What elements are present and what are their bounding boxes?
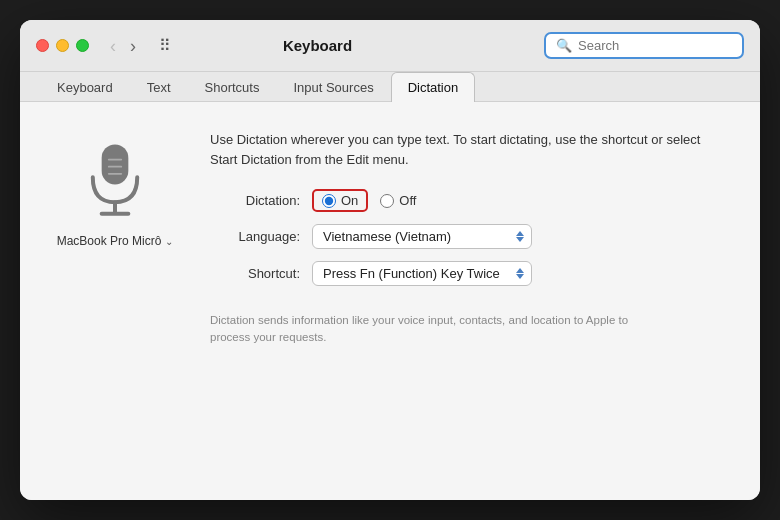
mic-chevron-icon: ⌄ <box>165 236 173 247</box>
tab-keyboard[interactable]: Keyboard <box>40 72 130 102</box>
on-option-wrapper: On <box>312 189 368 212</box>
footer-text: Dictation sends information like your vo… <box>210 312 630 347</box>
maximize-button[interactable] <box>76 39 89 52</box>
on-radio[interactable] <box>322 194 336 208</box>
on-label: On <box>341 193 358 208</box>
off-label: Off <box>399 193 416 208</box>
tab-text[interactable]: Text <box>130 72 188 102</box>
shortcut-select[interactable]: Press Fn (Function) Key Twice <box>312 261 532 286</box>
dictation-radio-group: On Off <box>312 189 416 212</box>
svg-rect-0 <box>102 144 129 184</box>
description-text: Use Dictation wherever you can type text… <box>210 130 730 169</box>
traffic-lights <box>36 39 89 52</box>
settings-rows: Dictation: On Off <box>210 189 730 286</box>
search-bar: 🔍 <box>544 32 744 59</box>
minimize-button[interactable] <box>56 39 69 52</box>
titlebar: ‹ › ⠿ Keyboard 🔍 <box>20 20 760 72</box>
shortcut-row: Shortcut: Press Fn (Function) Key Twice <box>210 261 730 286</box>
shortcut-select-wrapper: Press Fn (Function) Key Twice <box>312 261 532 286</box>
tab-dictation[interactable]: Dictation <box>391 72 476 102</box>
close-button[interactable] <box>36 39 49 52</box>
language-select-wrapper: Vietnamese (Vietnam) <box>312 224 532 249</box>
content-area: MacBook Pro Micrô ⌄ Use Dictation wherev… <box>20 102 760 500</box>
language-select[interactable]: Vietnamese (Vietnam) <box>312 224 532 249</box>
tab-shortcuts[interactable]: Shortcuts <box>188 72 277 102</box>
mic-section: MacBook Pro Micrô ⌄ <box>50 130 180 472</box>
language-row: Language: Vietnamese (Vietnam) <box>210 224 730 249</box>
settings-section: Use Dictation wherever you can type text… <box>210 130 730 472</box>
window-title: Keyboard <box>103 37 532 54</box>
mic-device-name: MacBook Pro Micrô <box>57 234 162 248</box>
on-option[interactable]: On <box>322 193 358 208</box>
tabs-bar: Keyboard Text Shortcuts Input Sources Di… <box>20 72 760 102</box>
microphone-icon <box>80 140 150 220</box>
search-input[interactable] <box>578 38 732 53</box>
search-icon: 🔍 <box>556 38 572 53</box>
language-label: Language: <box>210 229 300 244</box>
tab-input-sources[interactable]: Input Sources <box>276 72 390 102</box>
shortcut-label: Shortcut: <box>210 266 300 281</box>
mic-device-selector[interactable]: MacBook Pro Micrô ⌄ <box>57 234 174 248</box>
dictation-row: Dictation: On Off <box>210 189 730 212</box>
dictation-label: Dictation: <box>210 193 300 208</box>
settings-window: ‹ › ⠿ Keyboard 🔍 Keyboard Text Shortcuts… <box>20 20 760 500</box>
off-radio[interactable] <box>380 194 394 208</box>
off-option[interactable]: Off <box>380 193 416 208</box>
